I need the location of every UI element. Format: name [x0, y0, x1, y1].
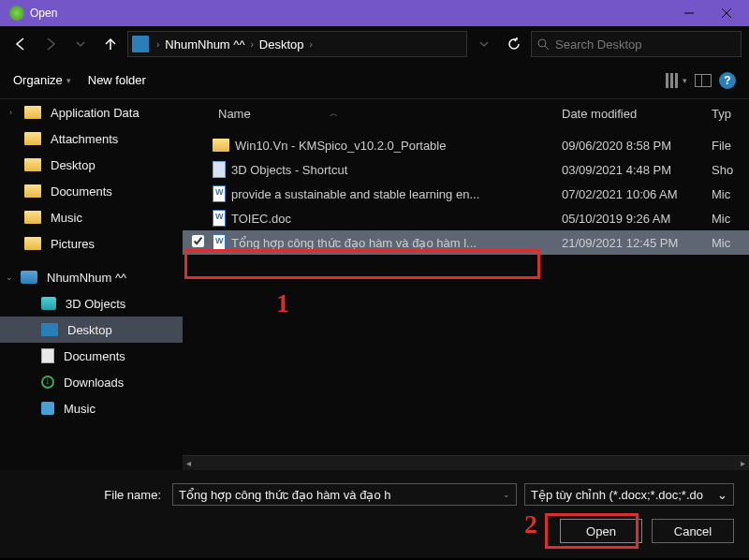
- sidebar-item-label: Desktop: [67, 323, 112, 337]
- app-icon: [9, 6, 24, 21]
- column-date[interactable]: Date modified: [562, 107, 712, 121]
- sort-indicator-icon: ︿: [330, 108, 338, 120]
- breadcrumb-seg-2[interactable]: Desktop: [257, 37, 306, 52]
- folder-icon: [24, 106, 41, 119]
- recent-dropdown[interactable]: [67, 31, 94, 57]
- sidebar-item[interactable]: ›Application Data: [0, 99, 183, 125]
- link-icon: [213, 161, 226, 178]
- sidebar-item-label: Pictures: [51, 237, 95, 251]
- footer: File name: Tổng hợp công thức đạo hàm và…: [0, 470, 749, 558]
- search-icon: [537, 38, 550, 51]
- desk-icon: [41, 323, 58, 336]
- filename-input[interactable]: Tổng hợp công thức đạo hàm và đạo h ⌄: [172, 483, 517, 506]
- sidebar-item-label: Attachments: [51, 132, 118, 146]
- new-folder-button[interactable]: New folder: [88, 73, 146, 87]
- back-button[interactable]: [7, 31, 34, 57]
- window-title: Open: [30, 7, 57, 20]
- pc-icon: [21, 271, 37, 284]
- file-date: 07/02/2021 10:06 AM: [562, 187, 712, 201]
- obj3d-icon: [41, 297, 56, 310]
- chevron-down-icon: ▾: [683, 76, 687, 85]
- folder-icon: [24, 184, 41, 198]
- sidebar-item[interactable]: 3D Objects: [0, 290, 183, 317]
- file-name-cell: provide a sustainable and stable learnin…: [213, 185, 562, 202]
- monitor-icon: [132, 36, 149, 52]
- column-checkbox[interactable]: [183, 106, 213, 121]
- search-input[interactable]: Search Desktop: [531, 31, 742, 57]
- svg-line-4: [545, 46, 549, 50]
- refresh-button[interactable]: [501, 31, 527, 57]
- cancel-button[interactable]: Cancel: [652, 519, 734, 543]
- sidebar-item-label: Music: [64, 402, 95, 416]
- folder-icon: [24, 237, 41, 250]
- annotation-1: 1: [276, 288, 289, 318]
- file-name: Tổng hợp công thức đạo hàm và đạo hàm l.…: [231, 236, 477, 250]
- column-name[interactable]: Name ︿: [213, 107, 562, 121]
- file-type: Mic: [712, 212, 749, 226]
- file-name-cell: Win10.Vn - KMSpico_v10.2.0_Portable: [213, 139, 562, 153]
- sidebar-item[interactable]: Attachments: [0, 125, 183, 152]
- minimize-button[interactable]: [670, 0, 708, 26]
- doc-icon: [41, 348, 54, 363]
- organize-menu[interactable]: Organize ▾: [13, 73, 71, 87]
- help-button[interactable]: ?: [719, 72, 736, 89]
- column-name-label: Name: [218, 107, 251, 121]
- title-bar: Open: [0, 0, 749, 26]
- column-type[interactable]: Typ: [712, 107, 749, 121]
- file-row[interactable]: provide a sustainable and stable learnin…: [183, 182, 749, 206]
- chevron-down-icon: ⌄: [717, 488, 727, 502]
- sidebar-item-label: Application Data: [51, 106, 140, 120]
- music-icon: [41, 402, 54, 415]
- up-button[interactable]: [97, 31, 124, 57]
- row-checkbox[interactable]: [183, 235, 213, 250]
- filetype-select[interactable]: Tệp tùy chỉnh (*.docx;*.doc;*.do ⌄: [524, 483, 734, 506]
- word-icon: [213, 234, 226, 251]
- view-options-button[interactable]: ▾: [666, 73, 687, 88]
- sidebar-item[interactable]: Music: [0, 204, 183, 230]
- forward-button[interactable]: [37, 31, 64, 57]
- file-row[interactable]: Win10.Vn - KMSpico_v10.2.0_Portable09/06…: [183, 133, 749, 157]
- scroll-left-icon: ◂: [186, 458, 191, 468]
- file-date: 09/06/2020 8:58 PM: [562, 139, 712, 153]
- file-list-area: Name ︿ Date modified Typ Win10.Vn - KMSp…: [183, 99, 749, 470]
- chevron-right-icon: ›: [310, 39, 313, 50]
- file-row[interactable]: Tổng hợp công thức đạo hàm và đạo hàm l.…: [183, 230, 749, 255]
- sidebar-item[interactable]: Documents: [0, 178, 183, 204]
- breadcrumb-dropdown[interactable]: [471, 31, 497, 57]
- file-type: Mic: [712, 187, 749, 201]
- open-button[interactable]: Open: [560, 519, 642, 543]
- breadcrumb-seg-1[interactable]: NhumNhum ^^: [163, 37, 246, 52]
- sidebar-item-label: NhumNhum ^^: [47, 271, 126, 285]
- sidebar-item[interactable]: Downloads: [0, 369, 183, 395]
- chevron-right-icon: ›: [156, 39, 159, 50]
- file-row[interactable]: 3D Objects - Shortcut03/09/2021 4:48 PMS…: [183, 157, 749, 182]
- folder-icon: [24, 211, 41, 224]
- sidebar-item[interactable]: Desktop: [0, 152, 183, 178]
- main-area: ›Application DataAttachmentsDesktopDocum…: [0, 99, 749, 470]
- sidebar-item[interactable]: Documents: [0, 343, 183, 369]
- preview-pane-button[interactable]: [695, 74, 712, 87]
- file-row[interactable]: TOIEC.doc05/10/2019 9:26 AMMic: [183, 206, 749, 230]
- file-date: 03/09/2021 4:48 PM: [562, 163, 712, 177]
- annotation-2: 2: [524, 509, 537, 539]
- organize-label: Organize: [13, 73, 63, 87]
- file-name-cell: 3D Objects - Shortcut: [213, 161, 562, 178]
- horizontal-scrollbar[interactable]: ◂ ▸: [183, 455, 749, 470]
- nav-bar: › NhumNhum ^^ › Desktop › Search Desktop: [0, 26, 749, 62]
- sidebar-item[interactable]: Desktop: [0, 317, 183, 343]
- folder-icon: [24, 158, 41, 171]
- file-name: provide a sustainable and stable learnin…: [231, 187, 479, 201]
- sidebar-item-label: Desktop: [51, 158, 95, 172]
- breadcrumb[interactable]: › NhumNhum ^^ › Desktop ›: [127, 31, 467, 57]
- chevron-icon: ⌄: [6, 273, 17, 282]
- sidebar-item[interactable]: ⌄NhumNhum ^^: [0, 264, 183, 290]
- filetype-value: Tệp tùy chỉnh (*.docx;*.doc;*.do: [531, 488, 703, 502]
- toolbar: Organize ▾ New folder ▾ ?: [0, 62, 749, 99]
- chevron-right-icon: ›: [251, 39, 254, 50]
- sidebar-item[interactable]: Pictures: [0, 230, 183, 257]
- sidebar-item[interactable]: Music: [0, 395, 183, 421]
- filename-value: Tổng hợp công thức đạo hàm và đạo h: [179, 488, 390, 502]
- close-button[interactable]: [708, 0, 745, 26]
- file-type: File: [712, 139, 749, 153]
- dl-icon: [41, 376, 54, 389]
